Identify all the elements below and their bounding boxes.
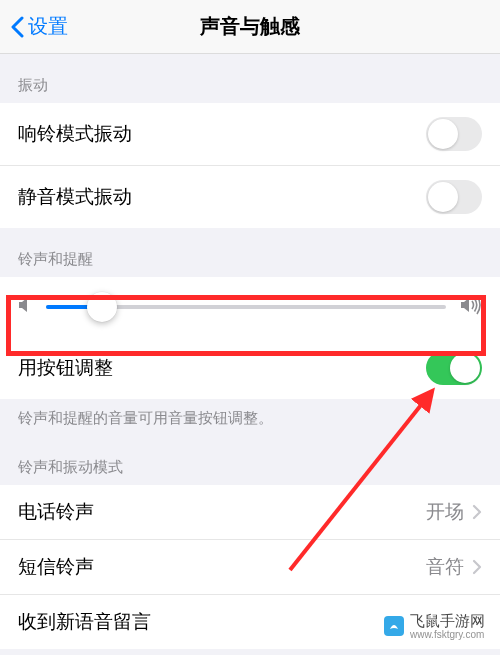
slider-thumb[interactable] xyxy=(87,292,117,322)
volume-slider[interactable] xyxy=(46,305,446,309)
row-label: 用按钮调整 xyxy=(18,355,113,381)
section-header-sounds: 铃声和振动模式 xyxy=(0,436,500,485)
row-label: 收到新语音留言 xyxy=(18,609,151,635)
switch-ring-vibrate[interactable] xyxy=(426,117,482,151)
row-label: 响铃模式振动 xyxy=(18,121,132,147)
header: 设置 声音与触感 xyxy=(0,0,500,54)
watermark-text: 飞鼠手游网 xyxy=(410,613,485,630)
back-button[interactable]: 设置 xyxy=(10,13,68,40)
speaker-high-icon xyxy=(460,295,482,319)
back-label: 设置 xyxy=(28,13,68,40)
watermark: 飞鼠手游网 www.fsktgry.com xyxy=(384,613,485,641)
group-vibration: 响铃模式振动 静音模式振动 xyxy=(0,103,500,228)
row-ringtone[interactable]: 电话铃声 开场 xyxy=(0,485,500,540)
section-footer-ringer: 铃声和提醒的音量可用音量按钮调整。 xyxy=(0,399,500,436)
row-label: 静音模式振动 xyxy=(18,184,132,210)
row-ring-vibrate[interactable]: 响铃模式振动 xyxy=(0,103,500,166)
switch-silent-vibrate[interactable] xyxy=(426,180,482,214)
text-tone-value: 音符 xyxy=(426,554,464,580)
chevron-left-icon xyxy=(10,16,24,38)
ringtone-value: 开场 xyxy=(426,499,464,525)
row-label: 短信铃声 xyxy=(18,554,94,580)
group-ringer: 用按钮调整 xyxy=(0,277,500,399)
row-volume-slider xyxy=(0,277,500,337)
speaker-low-icon xyxy=(18,296,32,318)
chevron-right-icon xyxy=(472,559,482,575)
row-value: 音符 xyxy=(426,554,482,580)
section-header-ringer: 铃声和提醒 xyxy=(0,228,500,277)
row-label: 电话铃声 xyxy=(18,499,94,525)
chevron-right-icon xyxy=(472,504,482,520)
watermark-logo-icon xyxy=(384,616,404,636)
switch-knob xyxy=(428,119,458,149)
section-header-vibration: 振动 xyxy=(0,54,500,103)
page-title: 声音与触感 xyxy=(200,13,300,40)
switch-knob xyxy=(450,353,480,383)
row-value: 开场 xyxy=(426,499,482,525)
watermark-url: www.fsktgry.com xyxy=(410,629,485,640)
switch-knob xyxy=(428,182,458,212)
row-text-tone[interactable]: 短信铃声 音符 xyxy=(0,540,500,595)
row-change-with-buttons[interactable]: 用按钮调整 xyxy=(0,337,500,399)
switch-change-with-buttons[interactable] xyxy=(426,351,482,385)
row-silent-vibrate[interactable]: 静音模式振动 xyxy=(0,166,500,228)
